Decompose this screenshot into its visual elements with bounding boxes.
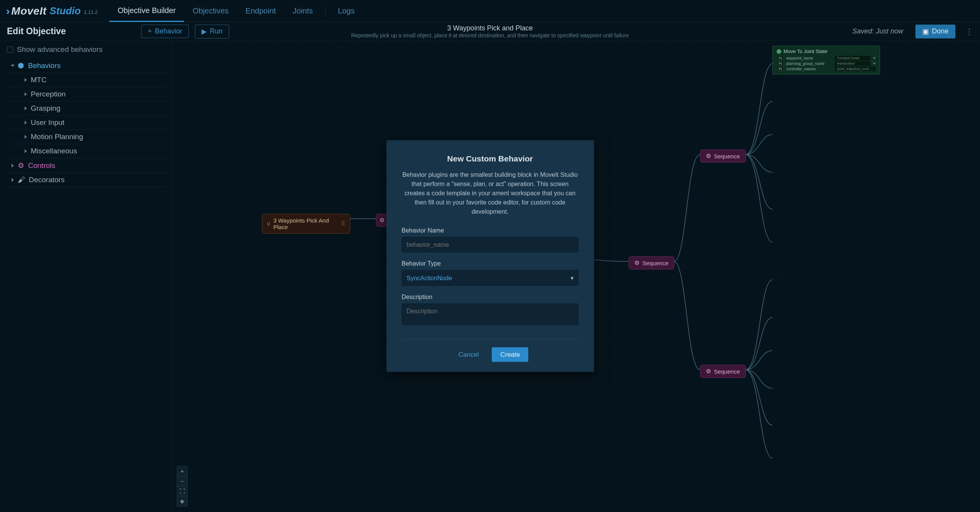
zoom-out-button[interactable]: − <box>177 476 187 486</box>
sub-header: Edit Objective + Behavior ▶ Run 3 Waypoi… <box>0 22 980 41</box>
tree-group-decorators[interactable]: 🖌 Decorators <box>8 173 167 187</box>
nav-separator <box>325 6 326 16</box>
modal-title: New Custom Behavior <box>402 154 579 163</box>
in-badge: IN <box>777 56 784 60</box>
tree-item-perception[interactable]: Perception <box>8 87 167 101</box>
caret-right-icon <box>25 121 27 125</box>
tree-item-motion-planning[interactable]: Motion Planning <box>8 130 167 144</box>
in-badge: IN <box>777 66 784 71</box>
play-icon: ▶ <box>201 27 207 36</box>
param-value[interactable]: Forward Down <box>835 56 870 60</box>
behavior-button-label: Behavior <box>155 27 182 35</box>
caret-right-icon <box>25 78 27 82</box>
cancel-button[interactable]: Cancel <box>452 347 486 362</box>
add-behavior-button[interactable]: + Behavior <box>141 25 189 38</box>
objective-title: 3 Waypoints Pick and Place <box>351 24 629 32</box>
tab-endpoint[interactable]: Endpoint <box>237 0 285 22</box>
tab-logs[interactable]: Logs <box>329 0 363 22</box>
behavior-name-input[interactable] <box>402 237 579 253</box>
group-label: Decorators <box>29 176 65 184</box>
logo-text-2: Studio <box>50 5 81 17</box>
tree-group-controls[interactable]: ⚙ Controls <box>8 158 167 173</box>
behavior-name-label: Behavior Name <box>402 227 579 234</box>
param-key: waypoint_name <box>786 56 832 60</box>
create-button[interactable]: Create <box>492 347 528 362</box>
caret-right-icon <box>25 135 27 139</box>
tree-item-mtc[interactable]: MTC <box>8 73 167 87</box>
root-node[interactable]: ⑂ 3 Waypoints Pick And Place ⠿ <box>262 214 350 234</box>
tree-item-miscellaneous[interactable]: Miscellaneous <box>8 144 167 158</box>
show-advanced-label: Show advanced behaviors <box>17 45 103 54</box>
dropdown-icon[interactable] <box>873 57 876 59</box>
zoom-reset-button[interactable]: ◈ <box>177 496 187 506</box>
node-status-icon <box>777 49 781 54</box>
zoom-fit-button[interactable]: ⛶ <box>177 486 187 496</box>
new-custom-behavior-modal: New Custom Behavior Behavior plugins are… <box>386 140 594 372</box>
param-value[interactable]: /joint_trajectory_controller /ro <box>835 66 876 71</box>
app-version: 1.11.2 <box>84 9 98 15</box>
dropdown-icon[interactable] <box>873 63 876 65</box>
run-button[interactable]: ▶ Run <box>195 25 229 38</box>
gear-icon: ⚙ <box>634 259 639 266</box>
node-title: Move To Joint State <box>784 48 827 54</box>
tab-joints[interactable]: Joints <box>285 0 321 22</box>
grip-icon[interactable]: ⠿ <box>341 220 345 227</box>
zoom-controls: + − ⛶ ◈ <box>177 466 188 507</box>
tree-item-label: MTC <box>31 76 47 84</box>
sequence-node-b[interactable]: ⚙ Sequence <box>700 365 746 378</box>
group-label: Behaviors <box>28 62 61 70</box>
group-label: Controls <box>28 161 55 170</box>
plus-icon: + <box>148 27 152 35</box>
caret-right-icon <box>25 106 27 110</box>
sequence-node-collapsed[interactable]: ⚙ <box>376 214 388 227</box>
caret-right-icon <box>25 149 27 153</box>
run-button-label: Run <box>210 27 223 35</box>
tree-item-user-input[interactable]: User Input <box>8 116 167 130</box>
sequence-node-a[interactable]: ⚙ Sequence <box>700 150 746 163</box>
description-textarea[interactable] <box>402 304 579 325</box>
sequence-label: Sequence <box>714 368 740 375</box>
tree-item-label: Motion Planning <box>31 133 83 141</box>
objective-subtitle: Repeatedly pick up a small object, place… <box>351 32 629 38</box>
logo-text-1: MoveIt <box>11 5 47 17</box>
in-badge: IN <box>777 61 784 66</box>
root-node-label: 3 Waypoints Pick And Place <box>273 217 338 230</box>
behavior-type-select[interactable]: SyncActionNode ▾ <box>402 270 579 286</box>
more-options-icon[interactable]: ⋮ <box>965 27 973 36</box>
param-key: controller_names <box>786 67 832 71</box>
show-advanced-row[interactable]: Show advanced behaviors <box>0 41 171 58</box>
tree-item-label: User Input <box>31 118 65 127</box>
tree-item-label: Perception <box>31 90 66 98</box>
modal-description: Behavior plugins are the smallest buildi… <box>402 170 579 216</box>
node-param-row: INplanning_group_namemanipulator <box>777 61 876 66</box>
nav-tabs: Objective Builder Objectives Endpoint Jo… <box>109 0 363 22</box>
param-value[interactable]: manipulator <box>835 61 870 66</box>
tree-item-grasping[interactable]: Grasping <box>8 101 167 116</box>
gear-icon: ⚙ <box>379 217 384 224</box>
brush-icon: 🖌 <box>18 176 25 184</box>
show-advanced-checkbox[interactable] <box>7 47 13 53</box>
node-param-row: INcontroller_names/joint_trajectory_cont… <box>777 66 876 71</box>
gear-icon: ⚙ <box>706 153 711 160</box>
sidebar: Show advanced behaviors ⬢ Behaviors MTC … <box>0 41 171 512</box>
behavior-node[interactable]: Move To Joint StateINwaypoint_nameForwar… <box>772 46 880 75</box>
zoom-in-button[interactable]: + <box>177 466 187 476</box>
sequence-node-main[interactable]: ⚙ Sequence <box>629 256 674 269</box>
top-nav: › MoveIt Studio 1.11.2 Objective Builder… <box>0 0 980 22</box>
sequence-label: Sequence <box>642 260 669 266</box>
behavior-tree: ⬢ Behaviors MTC Perception Grasping User… <box>0 58 171 187</box>
gear-icon: ⚙ <box>706 368 711 375</box>
done-button[interactable]: ▣ Done <box>915 25 955 38</box>
behavior-type-value: SyncActionNode <box>407 274 452 281</box>
tab-objectives[interactable]: Objectives <box>184 0 237 22</box>
tab-objective-builder[interactable]: Objective Builder <box>109 0 184 22</box>
page-title: Edit Objective <box>7 26 66 37</box>
modal-divider <box>402 339 579 340</box>
controls-icon: ⚙ <box>18 161 24 170</box>
tree-group-behaviors[interactable]: ⬢ Behaviors <box>8 58 167 73</box>
tree-item-label: Grasping <box>31 104 60 113</box>
caret-right-icon <box>25 92 27 96</box>
chevron-down-icon: ▾ <box>571 274 574 282</box>
behavior-type-label: Behavior Type <box>402 260 579 267</box>
caret-right-icon <box>12 164 14 168</box>
